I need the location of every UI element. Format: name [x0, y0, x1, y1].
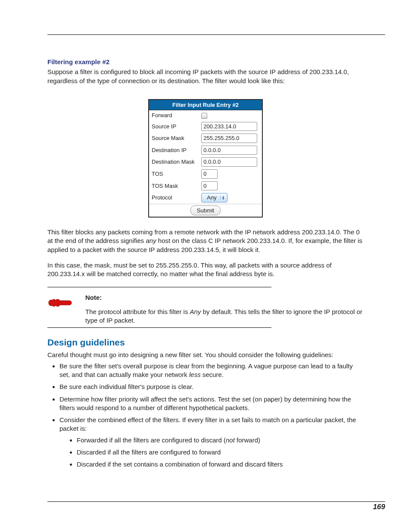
submit-button[interactable]: Submit: [190, 205, 221, 216]
forward-label: Forward: [149, 110, 199, 121]
pointing-hand-icon: [47, 297, 72, 309]
dest-ip-label: Destination IP: [149, 144, 199, 156]
guideline-item: Be sure each individual filter's purpose…: [59, 383, 364, 391]
protocol-select-value: Any: [207, 194, 216, 202]
source-ip-input[interactable]: 200.233.14.0: [201, 122, 257, 131]
section-intro: Careful thought must go into designing a…: [47, 351, 364, 359]
protocol-select[interactable]: Any ▲▼: [201, 193, 227, 202]
top-horizontal-rule: [47, 34, 385, 35]
after-figure-para-1-em: any: [146, 237, 156, 244]
tos-input[interactable]: 0: [201, 169, 218, 179]
select-stepper-icon: ▲▼: [220, 196, 226, 200]
guideline-1-post: secure.: [201, 371, 224, 378]
guideline-subitem: Discarded if all the filters are configu…: [77, 448, 364, 457]
example-heading: Filtering example #2: [47, 58, 364, 66]
sub-1-post: forward): [235, 436, 260, 444]
guideline-subitem: Forwarded if all the filters are configu…: [77, 436, 364, 445]
dest-mask-input[interactable]: 0.0.0.0: [201, 157, 257, 167]
note-rule-bottom: [47, 327, 271, 328]
page-content: Filtering example #2 Suppose a filter is…: [47, 58, 364, 469]
guideline-list: Be sure the filter set's overall purpose…: [47, 362, 364, 469]
tos-label: TOS: [149, 168, 199, 180]
sub-1-em: not: [226, 436, 235, 444]
guideline-item: Consider the combined effect of the filt…: [59, 416, 364, 469]
guideline-4-text: Consider the combined effect of the filt…: [59, 416, 356, 432]
note-text-em: Any: [190, 308, 201, 315]
form-figure-wrap: Filter Input Rule Entry #2 Forward Sourc…: [47, 99, 364, 218]
guideline-item: Be sure the filter set's overall purpose…: [59, 362, 364, 380]
section-heading: Design guidelines: [47, 336, 364, 348]
source-mask-label: Source Mask: [149, 132, 199, 144]
dest-mask-label: Destination Mask: [149, 156, 199, 168]
note-rule-top: [47, 287, 271, 287]
note-label: Note:: [85, 293, 364, 302]
source-ip-label: Source IP: [149, 121, 199, 133]
protocol-label: Protocol: [149, 192, 199, 204]
tos-mask-label: TOS Mask: [149, 180, 199, 192]
after-figure-para-1: This filter blocks any packets coming fr…: [47, 228, 364, 254]
filter-form-figure: Filter Input Rule Entry #2 Forward Sourc…: [148, 99, 263, 218]
after-figure-para-2: In this case, the mask, must be set to 2…: [47, 261, 364, 279]
source-mask-input[interactable]: 255.255.255.0: [201, 134, 257, 143]
note-block: Note: The protocol attribute for this fi…: [47, 287, 364, 328]
bottom-horizontal-rule: [47, 501, 385, 502]
guideline-subitem: Discarded if the set contains a combinat…: [77, 460, 364, 469]
figure-title: Filter Input Rule Entry #2: [149, 100, 262, 110]
forward-checkbox[interactable]: [201, 113, 207, 119]
note-paragraph: The protocol attribute for this filter i…: [85, 308, 364, 325]
page-root: Filtering example #2 Suppose a filter is…: [0, 0, 411, 532]
guideline-item: Determine how filter priority will affec…: [59, 395, 364, 413]
note-text-a: The protocol attribute for this filter i…: [85, 308, 190, 315]
sub-1-pre: Forwarded if all the filters are configu…: [77, 436, 226, 444]
tos-mask-input[interactable]: 0: [201, 181, 218, 191]
guideline-1-em: less: [189, 371, 201, 378]
dest-ip-input[interactable]: 0.0.0.0: [201, 146, 257, 155]
page-number: 169: [373, 502, 385, 512]
intro-paragraph: Suppose a filter is configured to block …: [47, 68, 364, 85]
guideline-sublist: Forwarded if all the filters are configu…: [59, 436, 364, 469]
